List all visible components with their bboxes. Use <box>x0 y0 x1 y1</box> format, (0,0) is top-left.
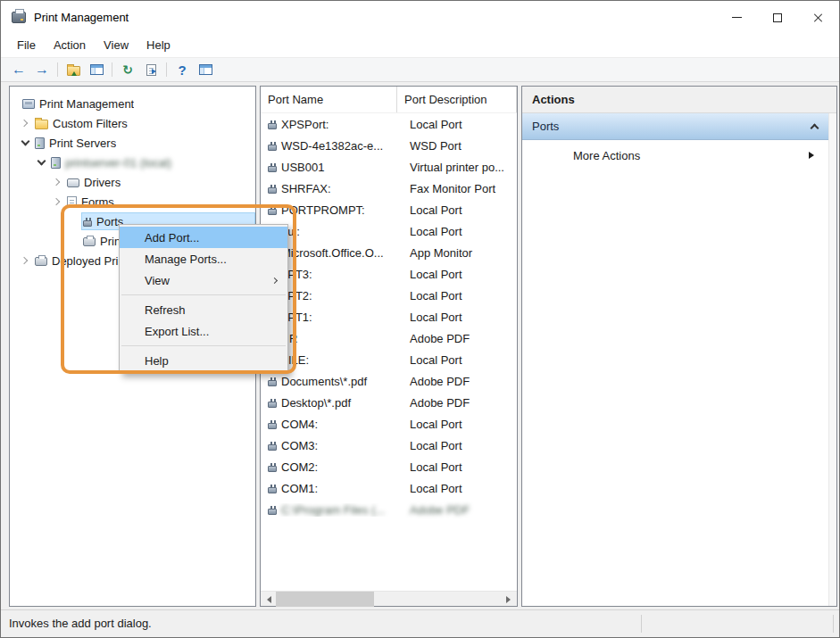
tree-item-forms[interactable]: Forms <box>10 192 255 211</box>
port-name-cell: COM3: <box>261 439 397 452</box>
port-icon <box>268 509 277 515</box>
refresh-button[interactable]: ↻ <box>117 59 138 80</box>
port-name-cell: C:\Program Files (... <box>261 503 397 517</box>
toolbar-separator <box>112 62 112 77</box>
collapse-chevron-icon[interactable] <box>811 124 819 133</box>
port-name-cell: Documents\*.pdf <box>261 375 397 388</box>
port-description-cell: Local Port <box>397 268 517 281</box>
actions-scrollbar[interactable] <box>828 113 836 606</box>
submenu-arrow-icon <box>809 152 818 159</box>
scroll-right-arrow[interactable] <box>502 592 517 607</box>
port-icon <box>268 209 277 215</box>
new-window-button[interactable] <box>195 59 216 80</box>
context-menu-item-refresh[interactable]: Refresh <box>120 299 287 320</box>
tree-expander-spacer <box>65 232 81 250</box>
port-row-lpt2[interactable]: LPT2:Local Port <box>261 285 517 306</box>
port-row-com1[interactable]: COM1:Local Port <box>261 477 517 499</box>
tree-item-printserver-01-local[interactable]: printserver-01 (local) <box>10 153 255 172</box>
tree-item-core: Print Servers <box>33 134 255 152</box>
port-name-text: COM2: <box>281 460 318 474</box>
console-window-icon <box>90 64 104 75</box>
port-description-cell: Adobe PDF <box>397 332 517 345</box>
port-row-com4[interactable]: COM4:Local Port <box>261 413 517 435</box>
forward-button[interactable]: → <box>31 59 53 80</box>
tree-expander-collapsed-icon[interactable] <box>49 173 65 191</box>
scrollbar-thumb[interactable] <box>276 592 374 607</box>
tree-item-print-management[interactable]: Print Management <box>10 94 255 113</box>
port-row-file[interactable]: FILE:Local Port <box>261 349 517 370</box>
menubar-item-file[interactable]: File <box>8 34 45 57</box>
minimize-button[interactable] <box>716 1 757 34</box>
port-row-microsoft-office-o[interactable]: Microsoft.Office.O...App Monitor <box>261 242 517 263</box>
toolbar: ←→↻? <box>1 57 839 82</box>
scroll-left-arrow[interactable] <box>261 592 276 607</box>
context-menu-item-export-list[interactable]: Export List... <box>120 320 287 342</box>
port-row-xpsport[interactable]: XPSPort:Local Port <box>261 113 517 135</box>
more-actions-item[interactable]: More Actions <box>522 140 828 170</box>
tree-item-label: Custom Filters <box>53 117 128 130</box>
horizontal-scrollbar[interactable] <box>261 591 517 606</box>
back-button[interactable]: ← <box>8 59 29 80</box>
export-list-button[interactable] <box>140 59 162 80</box>
tree-expander-collapsed-icon[interactable] <box>17 252 33 269</box>
actions-group-ports[interactable]: Ports <box>522 113 828 140</box>
tree-expander-collapsed-icon[interactable] <box>17 114 33 132</box>
port-row-com2[interactable]: COM2:Local Port <box>261 456 517 477</box>
port-row-wsd-4e1382ac-e[interactable]: WSD-4e1382ac-e...WSD Port <box>261 135 517 156</box>
port-row-documents-pdf[interactable]: Documents\*.pdfAdobe PDF <box>261 370 517 392</box>
tree-expander-collapsed-icon[interactable] <box>49 193 65 211</box>
maximize-button[interactable] <box>757 1 798 34</box>
context-menu-item-add-port[interactable]: Add Port... <box>120 227 287 248</box>
port-icon <box>268 380 277 386</box>
tree-item-core: Forms <box>65 193 255 211</box>
column-header-port-name[interactable]: Port Name <box>261 87 397 112</box>
export-doc-icon <box>146 64 156 76</box>
port-name-cell: PORTPROMPT: <box>261 203 397 217</box>
close-button[interactable] <box>798 1 839 34</box>
port-row-shrfax[interactable]: SHRFAX:Fax Monitor Port <box>261 178 517 199</box>
tree-item-print-servers[interactable]: Print Servers <box>10 133 255 153</box>
port-row-portprompt[interactable]: PORTPROMPT:Local Port <box>261 199 517 220</box>
port-icon <box>268 145 277 151</box>
column-header-port-description[interactable]: Port Description <box>397 87 517 112</box>
up-one-level-button[interactable] <box>62 59 84 80</box>
context-menu-item-view[interactable]: View <box>120 269 287 291</box>
tree-item-drivers[interactable]: Drivers <box>10 172 255 192</box>
ports-context-menu: Add Port...Manage Ports...ViewRefreshExp… <box>119 224 288 374</box>
tree-item-label: Print Servers <box>49 137 116 150</box>
printer-icon <box>83 237 96 246</box>
tree-item-custom-filters[interactable]: Custom Filters <box>10 113 255 133</box>
menubar-item-action[interactable]: Action <box>45 34 95 57</box>
port-name-text: WSD-4e1382ac-e... <box>281 139 383 153</box>
port-row-nul[interactable]: nul:Local Port <box>261 220 517 242</box>
port-row-c-program-files[interactable]: C:\Program Files (...Adobe PDF <box>261 499 517 520</box>
port-description-cell: Fax Monitor Port <box>397 182 517 195</box>
folder-icon <box>35 120 48 129</box>
port-description-cell: Local Port <box>397 418 517 431</box>
menubar-item-view[interactable]: View <box>95 34 137 57</box>
port-row-lpt1[interactable]: LPT1:Local Port <box>261 306 517 327</box>
list-column-headers: Port NamePort Description <box>261 87 517 113</box>
tree-expander-expanded-icon[interactable] <box>17 134 33 152</box>
context-menu-item-help[interactable]: Help <box>120 350 287 371</box>
tree-expander-expanded-icon[interactable] <box>33 153 49 171</box>
port-row-r[interactable]: RAdobe PDF <box>261 327 517 349</box>
help-button[interactable]: ? <box>171 59 193 80</box>
port-name-text: Microsoft.Office.O... <box>281 246 384 260</box>
menu-separator <box>121 294 286 295</box>
port-description-cell: Local Port <box>397 203 517 217</box>
close-icon <box>813 12 824 23</box>
port-row-com3[interactable]: COM3:Local Port <box>261 435 517 456</box>
context-menu-item-label: Refresh <box>145 303 186 317</box>
menu-separator <box>121 345 286 346</box>
port-row-lpt3[interactable]: LPT3:Local Port <box>261 263 517 285</box>
port-name-cell: WSD-4e1382ac-e... <box>261 139 397 153</box>
port-row-usb001[interactable]: USB001Virtual printer po... <box>261 156 517 178</box>
port-row-desktop-pdf[interactable]: Desktop\*.pdfAdobe PDF <box>261 392 517 413</box>
menubar-item-help[interactable]: Help <box>137 34 179 57</box>
port-description-cell: Local Port <box>397 311 517 324</box>
tree-item-core: Custom Filters <box>33 114 255 132</box>
context-menu-item-manage-ports[interactable]: Manage Ports... <box>120 248 287 269</box>
port-name-cell: COM1: <box>261 482 397 495</box>
show-console-tree-button[interactable] <box>86 59 107 80</box>
